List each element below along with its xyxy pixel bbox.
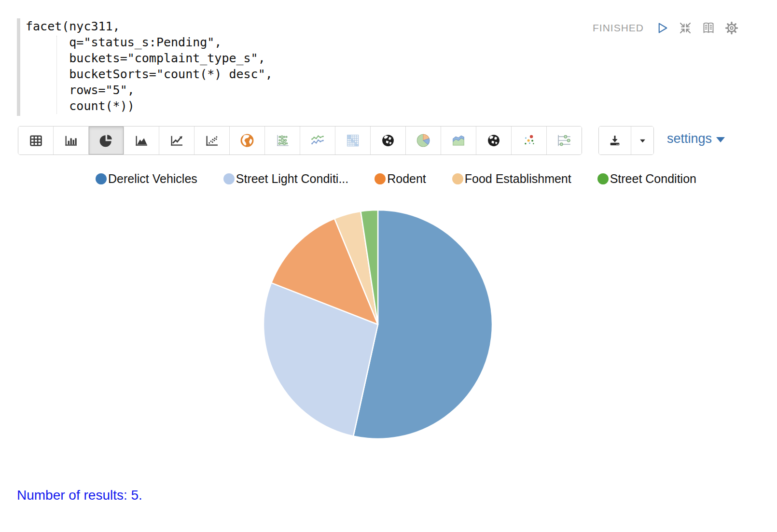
legend-label: Street Condition [610,172,696,186]
scatter-plot-icon [204,133,220,148]
download-group [598,126,654,155]
bubble-matrix-icon [274,132,291,149]
legend-swatch [96,173,107,184]
chart-type-stacked-area-button[interactable] [441,126,476,154]
pie-chart [262,209,494,440]
chart-type-bar-button[interactable] [54,126,89,154]
code-editor[interactable]: facet(nyc311, q="status_s:Pending", buck… [26,18,273,114]
gear-icon [724,21,739,35]
globe-orange-icon [239,132,255,149]
book-icon [701,21,716,35]
globe-dark-icon [381,133,395,148]
chart-type-area-button[interactable] [124,126,159,154]
legend-item[interactable]: Food Establishment [452,172,571,186]
chart-type-parallel-sliders-button[interactable] [547,126,582,154]
download-icon [608,134,622,147]
chart-type-scatter-colored-button[interactable] [512,126,547,154]
chart-type-heatmap-button[interactable] [335,126,371,154]
legend-swatch [597,173,609,184]
heatmap-grid-icon [345,132,361,149]
legend-label: Street Light Conditi... [236,172,348,186]
legend-item[interactable]: Street Light Conditi... [223,172,348,186]
status-badge: FINISHED [593,22,644,34]
settings-link[interactable]: settings [667,131,725,146]
legend-item[interactable]: Derelict Vehicles [96,172,197,186]
parallel-sliders-icon [556,132,572,149]
area-chart-icon [134,133,149,148]
scatter-colored-icon [521,132,537,149]
download-options-button[interactable] [631,126,653,154]
bar-chart-icon [63,133,79,148]
chart-legend: Derelict Vehicles Street Light Conditi..… [96,172,696,186]
chart-type-pie-button[interactable] [89,126,124,154]
chart-type-multiline-button[interactable] [300,126,335,154]
play-icon [655,21,669,35]
legend-swatch [375,173,386,184]
chart-type-scatter-button[interactable] [194,126,230,154]
paragraph-controls: FINISHED [593,20,739,36]
legend-label: Rodent [387,172,426,186]
legend-swatch [452,173,463,184]
legend-item[interactable]: Street Condition [597,172,696,186]
pie-chart-icon [98,133,114,148]
chart-type-line-button[interactable] [159,126,194,154]
chart-type-map-dark-2-button[interactable] [476,126,512,154]
code-line: q="status_s:Pending", [26,34,273,50]
notebook-button[interactable] [701,20,716,36]
globe-dark-2-icon [486,133,501,148]
code-gutter [17,18,20,116]
code-line: rows="5", [26,82,273,98]
compress-icon [678,21,693,35]
settings-caret-icon [716,137,725,142]
table-icon [28,133,43,148]
stacked-area-icon [450,132,467,149]
pie-colored-icon [415,132,431,149]
code-line: count(*)) [26,98,273,114]
legend-label: Food Establishment [465,172,571,186]
chart-type-map-dark-button[interactable] [371,126,406,154]
multi-series-lines-icon [309,132,326,149]
caret-down-icon [639,137,646,144]
chart-type-strip [18,126,582,155]
chart-type-pie-colored-button[interactable] [406,126,441,154]
code-line: bucketSorts="count(*) desc", [26,66,273,82]
chart-type-map-orange-button[interactable] [230,126,265,154]
chart-type-table-button[interactable] [18,126,54,154]
run-button[interactable] [654,20,670,36]
legend-label: Derelict Vehicles [108,172,197,186]
legend-swatch [223,173,235,184]
chart-type-bubble-matrix-button[interactable] [265,126,300,154]
notebook-paragraph: facet(nyc311, q="status_s:Pending", buck… [0,0,777,532]
shrink-button[interactable] [678,20,693,36]
code-line: buckets="complaint_type_s", [26,50,273,66]
chart-toolbar [18,126,582,155]
settings-label: settings [667,131,712,146]
paragraph-settings-button[interactable] [724,20,739,36]
legend-item[interactable]: Rodent [375,172,426,186]
line-chart-icon [169,133,184,148]
code-line: facet(nyc311, [26,18,273,34]
download-button[interactable] [599,126,631,154]
results-count-text: Number of results: 5. [17,488,142,503]
